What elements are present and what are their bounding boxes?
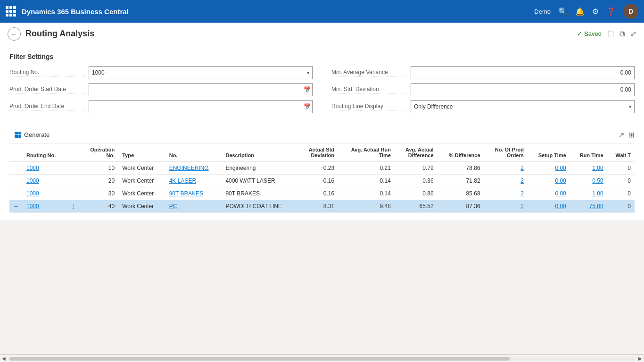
cell-no[interactable]: 4K LASER [165,175,222,187]
waffle-menu[interactable] [6,6,16,17]
bookmark-icon[interactable]: ☐ [607,29,614,38]
table-row[interactable]: →1000⋮40Work CenterPCPOWDER COAT LINE8.3… [9,200,635,213]
topbar: Dynamics 365 Business Central Demo 🔍 🔔 ⚙… [0,0,644,23]
cell-avg-actual-run-time: 0.14 [338,187,395,200]
filter-section-left: Routing No. 1000 Prod. Order Start Date … [9,66,313,113]
cell-avg-actual-diff: 0.79 [395,161,438,175]
cell-run-time[interactable]: 1.00 [570,187,607,200]
cell-wait-time: 0 [607,161,635,175]
prod-start-input[interactable] [89,83,313,96]
cell-run-time[interactable]: 75.00 [570,200,607,213]
cell-avg-actual-diff: 0.86 [395,187,438,200]
cell-pct-diff: 85.68 [438,187,484,200]
generate-button[interactable]: Generate [9,129,55,141]
cell-operation-no: 30 [80,187,118,200]
min-avg-variance-row: Min. Average Variance [331,66,635,79]
th-no-prod-orders: No. Of ProdOrders [484,144,528,161]
th-type: Type [118,144,165,161]
cell-context-dots[interactable]: ⋮ [67,200,80,213]
routing-line-display-label: Routing Line Display [331,103,407,110]
share-icon[interactable]: ↗ [619,131,625,139]
cell-run-time[interactable]: 0.50 [570,175,607,187]
cell-no[interactable]: PC [165,200,222,213]
cell-actual-std-dev: 0.16 [298,175,338,187]
notification-icon[interactable]: 🔔 [575,7,585,16]
search-icon[interactable]: 🔍 [558,7,568,16]
min-avg-variance-input[interactable] [411,66,635,79]
min-std-dev-row: Min. Std. Deviation [331,83,635,96]
cell-operation-no: 40 [80,200,118,213]
routing-no-label: Routing No. [9,69,85,76]
cell-setup-time[interactable]: 0.00 [528,161,570,175]
collapse-icon[interactable]: ⤢ [630,29,636,38]
table-body: 100010Work CenterENGINEERINGEngineering0… [9,161,635,213]
cell-wait-time: 0 [607,200,635,213]
cell-type: Work Center [118,175,165,187]
cell-routing-no[interactable]: 1000 [23,187,67,200]
row-arrow-cell [9,175,23,187]
th-avg-actual-diff: Avg. ActualDifference [395,144,438,161]
table-row[interactable]: 100010Work CenterENGINEERINGEngineering0… [9,161,635,175]
min-avg-variance-label: Min. Average Variance [331,69,407,76]
toolbar: Generate ↗ ⊞ [9,126,635,144]
cell-no[interactable]: ENGINEERING [165,161,222,175]
filter-heading: Filter Settings [9,53,635,60]
cell-pct-diff: 78.86 [438,161,484,175]
min-std-dev-input[interactable] [411,83,635,96]
min-std-dev-wrap [411,83,635,96]
demo-label: Demo [534,8,551,15]
cell-setup-time[interactable]: 0.00 [528,200,570,213]
row-arrow-cell [9,161,23,175]
routing-line-display-select-wrap: All Only Difference [411,100,635,113]
settings-icon[interactable]: ⚙ [592,7,599,16]
main-content: Filter Settings Routing No. 1000 Prod. O… [0,45,644,220]
cell-avg-actual-run-time: 9.48 [338,200,395,213]
cell-routing-no[interactable]: 1000 [23,175,67,187]
saved-status: ✓ Saved [577,30,602,37]
routing-no-row: Routing No. 1000 [9,66,313,79]
filter-divider [9,121,635,121]
th-actual-std-dev: Actual StdDeviation [298,144,338,161]
help-icon[interactable]: ❓ [606,7,616,16]
user-avatar[interactable]: D [623,4,638,19]
th-routing-no: Routing No. [23,144,67,161]
th-dots [67,144,80,161]
cell-run-time[interactable]: 1.00 [570,161,607,175]
routing-no-select[interactable]: 1000 [89,66,313,79]
min-avg-variance-wrap [411,66,635,79]
app-title: Dynamics 365 Business Central [22,8,528,16]
cell-type: Work Center [118,161,165,175]
table-row[interactable]: 100030Work Center90T BRAKES90T BRAKES0.1… [9,187,635,200]
cell-wait-time: 0 [607,187,635,200]
prod-end-label: Prod. Order End Date [9,103,85,110]
cell-no-prod-orders[interactable]: 2 [484,200,528,213]
filter-icon[interactable]: ⊞ [628,131,635,139]
cell-no-prod-orders[interactable]: 2 [484,175,528,187]
back-button[interactable]: ← [8,27,21,41]
cell-setup-time[interactable]: 0.00 [528,175,570,187]
open-new-icon[interactable]: ⧉ [619,30,625,38]
table-row[interactable]: 100020Work Center4K LASER4000 WATT LASER… [9,175,635,187]
cell-description: 90T BRAKES [222,187,298,200]
prod-end-date-row: Prod. Order End Date 📅 [9,100,313,113]
prod-end-input[interactable] [89,100,313,113]
th-operation-no: OperationNo. [80,144,118,161]
cell-routing-no[interactable]: 1000 [23,200,67,213]
cell-routing-no[interactable]: 1000 [23,161,67,175]
page-title: Routing Analysis [25,29,572,39]
cell-setup-time[interactable]: 0.00 [528,187,570,200]
cell-context-dots [67,161,80,175]
min-std-dev-label: Min. Std. Deviation [331,86,407,93]
cell-no-prod-orders[interactable]: 2 [484,187,528,200]
filter-section-right: Min. Average Variance Min. Std. Deviatio… [331,66,635,113]
cell-avg-actual-run-time: 0.14 [338,175,395,187]
cell-pct-diff: 71.82 [438,175,484,187]
cell-avg-actual-diff: 65.52 [395,200,438,213]
th-wait-time: Wait T [607,144,635,161]
prod-start-label: Prod. Order Start Date [9,86,85,93]
routing-line-display-select[interactable]: All Only Difference [411,100,635,113]
cell-context-dots [67,187,80,200]
th-no: No. [165,144,222,161]
cell-no[interactable]: 90T BRAKES [165,187,222,200]
cell-no-prod-orders[interactable]: 2 [484,161,528,175]
